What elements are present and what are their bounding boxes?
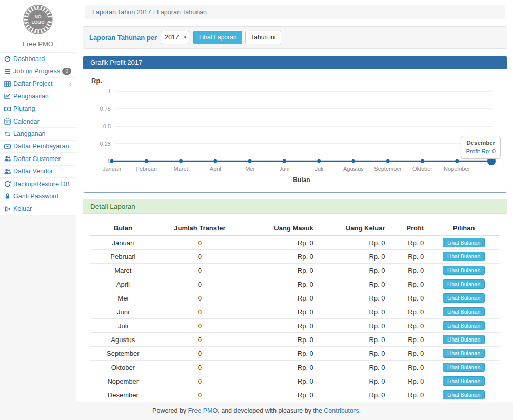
sidebar-item-daftar-customer[interactable]: Daftar Customer (0, 153, 76, 165)
cell-profit: Rp. 0 (389, 333, 428, 347)
col-bulan: Bulan (90, 221, 156, 235)
sidebar-item-keluar[interactable]: Keluar (0, 203, 76, 215)
cell-profit: Rp. 0 (389, 361, 428, 374)
cell-uang-keluar: Rp. 0 (318, 235, 389, 250)
cell-profit: Rp. 0 (389, 235, 428, 250)
year-select-value: 2017 (165, 34, 179, 41)
sidebar-item-daftar-pembayaran[interactable]: Daftar Pembayaran (0, 141, 76, 153)
table-row: Agustus0Rp. 0Rp. 0Rp. 0Lihat Bulanan (90, 333, 500, 347)
line-chart-icon (4, 93, 13, 99)
footer-brand-link[interactable]: Free PMO (188, 407, 218, 414)
table-row: September0Rp. 0Rp. 0Rp. 0Lihat Bulanan (90, 347, 500, 361)
cell-uang-keluar: Rp. 0 (318, 277, 389, 291)
lihat-bulanan-button[interactable]: Lihat Bulanan (443, 279, 485, 289)
sidebar-item-piutang[interactable]: Piutang (0, 103, 76, 115)
cell-uang-keluar: Rp. 0 (318, 305, 389, 319)
dashboard-icon (4, 55, 13, 62)
sidebar-item-label: Daftar Vendor (13, 168, 53, 175)
col-profit: Profit (389, 221, 428, 235)
calendar-icon (4, 118, 13, 125)
footer-contributors-link[interactable]: Contributors. (324, 407, 361, 414)
cell-uang-masuk: Rp. 0 (244, 374, 318, 388)
sidebar-item-label: Daftar Project (13, 80, 52, 87)
lihat-bulanan-button[interactable]: Lihat Bulanan (443, 238, 485, 247)
svg-text:Maret: Maret (173, 166, 188, 172)
cell-profit: Rp. 0 (389, 305, 428, 319)
cell-profit: Rp. 0 (389, 291, 428, 305)
lihat-bulanan-button[interactable]: Lihat Bulanan (443, 321, 485, 330)
cell-uang-masuk: Rp. 0 (244, 250, 318, 264)
cell-uang-masuk: Rp. 0 (244, 333, 318, 347)
cell-bulan: Desember (90, 388, 156, 402)
svg-text:LOGO: LOGO (31, 19, 44, 25)
money-icon (4, 143, 13, 150)
svg-text:April: April (210, 166, 221, 172)
table-row: Juli0Rp. 0Rp. 0Rp. 0Lihat Bulanan (90, 319, 500, 333)
money-icon (4, 106, 13, 112)
svg-text:Agustus: Agustus (343, 166, 364, 172)
cell-bulan: April (90, 277, 156, 291)
cell-profit: Rp. 0 (389, 277, 428, 291)
cell-bulan: September (90, 347, 156, 361)
sidebar-item-dashboard[interactable]: Dashboard (0, 53, 76, 65)
cell-jumlah-transfer: 0 (156, 305, 244, 319)
cell-uang-masuk: Rp. 0 (244, 291, 318, 305)
svg-text:Juli: Juli (314, 166, 323, 172)
lihat-bulanan-button[interactable]: Lihat Bulanan (443, 266, 485, 275)
users-icon (4, 168, 13, 175)
lihat-bulanan-button[interactable]: Lihat Bulanan (443, 390, 485, 399)
cell-pilihan: Lihat Bulanan (428, 388, 500, 402)
lihat-bulanan-button[interactable]: Lihat Bulanan (443, 335, 485, 344)
cell-profit: Rp. 0 (389, 250, 428, 264)
year-select[interactable]: 2017 ▾ (161, 31, 189, 44)
svg-text:Bulan: Bulan (293, 176, 310, 184)
lihat-bulanan-button[interactable]: Lihat Bulanan (443, 349, 485, 358)
sidebar-item-label: Daftar Pembayaran (13, 143, 69, 150)
lihat-bulanan-button[interactable]: Lihat Bulanan (443, 376, 485, 386)
svg-text:0.75: 0.75 (100, 106, 111, 112)
col-uang-keluar: Uang Keluar (318, 221, 389, 235)
tahun-ini-button[interactable]: Tahun ini (245, 31, 281, 44)
cell-uang-masuk: Rp. 0 (244, 277, 318, 291)
main-content: Laporan Tahun 2017/Laporan Tahunan Lapor… (77, 0, 513, 402)
cell-uang-masuk: Rp. 0 (244, 319, 318, 333)
svg-text:1: 1 (108, 88, 111, 94)
cell-bulan: Nopember (90, 374, 156, 388)
cell-bulan: Agustus (90, 333, 156, 347)
sidebar-item-daftar-vendor[interactable]: Daftar Vendor (0, 166, 76, 178)
cell-pilihan: Lihat Bulanan (428, 277, 500, 291)
sidebar-item-backup-restore-db[interactable]: Backup/Restore DB (0, 178, 76, 190)
no-logo-gear-icon: NO LOGO (23, 4, 53, 35)
cell-jumlah-transfer: 0 (156, 235, 244, 250)
sidebar-item-label: Backup/Restore DB (13, 181, 70, 188)
svg-text:NO: NO (35, 14, 42, 19)
sidebar-item-langganan[interactable]: Langganan (0, 128, 76, 140)
cell-pilihan: Lihat Bulanan (428, 291, 500, 305)
cell-uang-masuk: Rp. 0 (244, 305, 318, 319)
sidebar-item-job-on-progress[interactable]: Job on Progress0 (0, 65, 76, 77)
sidebar-item-penghasilan[interactable]: Penghasilan (0, 90, 76, 103)
sidebar-item-ganti-password[interactable]: Ganti Password (0, 190, 76, 203)
sidebar-item-label: Daftar Customer (13, 155, 61, 163)
cell-uang-masuk: Rp. 0 (244, 361, 318, 374)
lihat-laporan-button[interactable]: Lihat Laporan (193, 31, 242, 44)
svg-text:0.5: 0.5 (103, 123, 111, 129)
svg-text:September: September (374, 166, 402, 172)
cell-jumlah-transfer: 0 (156, 361, 244, 374)
cell-uang-keluar: Rp. 0 (318, 291, 389, 305)
cell-jumlah-transfer: 0 (156, 277, 244, 291)
lock-icon (4, 193, 13, 199)
sidebar-item-daftar-project[interactable]: Daftar Project‹ (0, 78, 76, 90)
sidebar-item-calendar[interactable]: Calendar (0, 115, 76, 128)
lihat-bulanan-button[interactable]: Lihat Bulanan (443, 363, 485, 372)
lihat-bulanan-button[interactable]: Lihat Bulanan (443, 307, 485, 316)
lihat-bulanan-button[interactable]: Lihat Bulanan (443, 293, 485, 303)
cell-pilihan: Lihat Bulanan (428, 361, 500, 374)
table-row: Nopember0Rp. 0Rp. 0Rp. 0Lihat Bulanan (90, 374, 500, 388)
cell-bulan: Maret (90, 264, 156, 277)
cell-pilihan: Lihat Bulanan (428, 264, 500, 277)
profit-chart: 00.250.50.751Rp.JanuariPebruariMaretApri… (90, 76, 506, 185)
breadcrumb-link[interactable]: Laporan Tahun 2017 (92, 9, 151, 16)
lihat-bulanan-button[interactable]: Lihat Bulanan (443, 252, 485, 261)
brand-name: Free PMO (0, 40, 76, 48)
